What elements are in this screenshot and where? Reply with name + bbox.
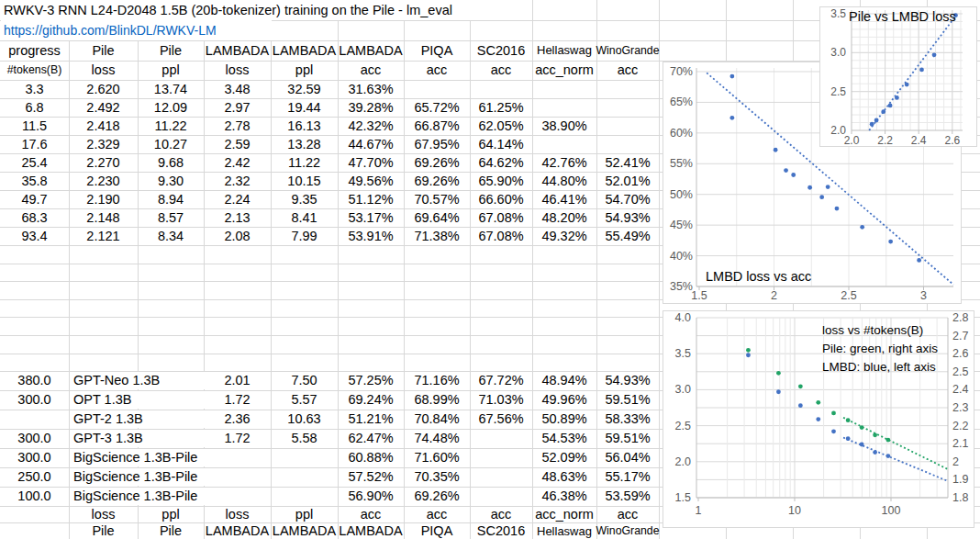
table-cell[interactable]: 2.42 [205,153,270,172]
table-cell[interactable]: 65.72% [405,98,469,117]
footer-cell[interactable]: ppl [139,506,203,522]
chart-pile-vs-lmbd-loss[interactable]: 2.02.53.03.52.02.22.42.6Pile vs LMBD los… [819,6,977,147]
table-cell[interactable]: 42.76% [533,153,596,172]
table-cell[interactable]: 48.63% [533,467,596,487]
model-name-cell[interactable]: BigScience 1.3B-Pile [70,449,206,466]
header-cell[interactable]: loss [70,61,137,81]
table-cell[interactable]: 93.4 [1,227,68,245]
table-cell[interactable]: 5.58 [272,429,337,448]
github-link[interactable]: https://github.com/BlinkDL/RWKV-LM [1,20,272,40]
footer-cell[interactable]: loss [205,506,270,522]
table-cell[interactable]: 48.94% [533,371,596,390]
table-cell[interactable]: 48.20% [533,208,596,227]
table-cell[interactable]: 44.80% [533,172,596,190]
model-name-cell[interactable]: GPT-2 1.3B [70,410,206,428]
table-cell[interactable]: 55.49% [597,227,658,245]
table-cell[interactable]: 17.6 [1,135,68,153]
table-cell[interactable]: 8.41 [272,208,337,227]
chart-loss-vs-tokens[interactable]: 1.52.02.53.03.54.01.81.922.12.22.32.42.5… [663,310,974,528]
table-cell[interactable]: 62.05% [471,117,531,135]
table-cell[interactable]: 31.63% [339,80,403,98]
table-cell[interactable]: 69.24% [339,390,403,410]
header-cell[interactable]: Pile [70,40,137,61]
table-cell[interactable]: 6.8 [1,98,68,117]
table-cell[interactable]: 69.26% [405,487,469,506]
table-cell[interactable]: 38.90% [533,117,596,135]
table-cell[interactable]: 57.52% [339,467,403,487]
footer-cell[interactable]: loss [70,506,137,522]
table-cell[interactable]: 67.72% [471,371,531,390]
table-cell[interactable]: 71.16% [405,371,469,390]
header-cell[interactable]: LAMBADA [339,40,403,61]
header-cell[interactable]: WinoGrande [597,40,658,61]
model-name-cell[interactable]: BigScience 1.3B-Pile [70,468,206,486]
table-cell[interactable]: 67.08% [471,227,531,245]
footer-cell[interactable]: Pile [70,522,137,539]
table-cell[interactable]: 58.33% [597,410,658,429]
table-cell[interactable]: 2.13 [205,208,270,227]
table-cell[interactable]: 53.59% [597,487,658,506]
table-cell[interactable]: 32.59 [272,80,337,98]
table-cell[interactable]: 47.70% [339,153,403,172]
table-cell[interactable]: 50.89% [533,410,596,429]
table-cell[interactable]: 2.492 [70,98,137,117]
table-cell[interactable]: 61.25% [471,98,531,117]
table-cell[interactable]: 64.62% [471,153,531,172]
header-cell[interactable]: acc_norm [533,61,596,81]
table-cell[interactable]: 67.56% [471,410,531,429]
table-cell[interactable]: 2.148 [70,208,137,227]
table-cell[interactable]: 67.95% [405,135,469,153]
model-name-cell[interactable]: GPT-3 1.3B [70,430,206,447]
table-cell[interactable]: 2.620 [70,80,137,98]
table-cell[interactable]: 69.26% [405,172,469,190]
table-cell[interactable]: 54.93% [597,371,658,390]
header-cell[interactable]: Pile [139,40,203,61]
table-cell[interactable]: 71.60% [405,448,469,467]
table-cell[interactable]: 13.74 [139,80,203,98]
table-cell[interactable]: 42.32% [339,117,403,135]
table-cell[interactable]: 2.121 [70,227,137,245]
table-cell[interactable]: 16.13 [272,117,337,135]
table-cell[interactable]: 8.34 [139,227,203,245]
table-cell[interactable]: 71.03% [471,390,531,410]
table-cell[interactable]: 68.3 [1,208,68,227]
header-cell[interactable]: acc [597,61,658,81]
model-name-cell[interactable]: BigScience 1.3B-Pile [70,488,206,505]
header-cell[interactable]: LAMBADA [272,40,337,61]
table-cell[interactable]: 66.87% [405,117,469,135]
table-cell[interactable]: 25.4 [1,153,68,172]
table-cell[interactable]: 9.68 [139,153,203,172]
header-cell[interactable]: loss [205,61,270,81]
table-cell[interactable]: 11.5 [1,117,68,135]
footer-cell[interactable]: LAMBADA [272,522,337,539]
table-cell[interactable]: 59.51% [597,390,658,410]
footer-cell[interactable]: LAMBADA [339,522,403,539]
table-cell[interactable]: 2.78 [205,117,270,135]
table-cell[interactable]: 2.59 [205,135,270,153]
table-cell[interactable]: 71.38% [405,227,469,245]
table-cell[interactable]: 5.57 [272,390,337,410]
table-cell[interactable]: 10.27 [139,135,203,153]
table-cell[interactable]: 1.72 [205,390,270,410]
table-cell[interactable]: 2.01 [205,371,270,390]
table-cell[interactable]: 7.50 [272,371,337,390]
table-cell[interactable]: 56.04% [597,448,658,467]
table-cell[interactable]: 7.99 [272,227,337,245]
table-cell[interactable]: 46.38% [533,487,596,506]
footer-cell[interactable]: SC2016 [471,522,531,539]
footer-cell[interactable]: ppl [272,506,337,522]
table-cell[interactable]: 2.97 [205,98,270,117]
table-cell[interactable]: 49.32% [533,227,596,245]
table-cell[interactable]: 52.09% [533,448,596,467]
table-cell[interactable]: 39.28% [339,98,403,117]
table-cell[interactable]: 68.99% [405,390,469,410]
table-cell[interactable]: 2.329 [70,135,137,153]
header-cell[interactable]: ppl [272,61,337,81]
table-cell[interactable]: 69.26% [405,153,469,172]
table-cell[interactable]: 70.35% [405,467,469,487]
header-cell[interactable]: PIQA [405,40,469,61]
table-cell[interactable]: 10.63 [272,410,337,429]
header-cell[interactable]: acc [405,61,469,81]
table-cell[interactable]: 13.28 [272,135,337,153]
table-cell[interactable]: 54.70% [597,190,658,208]
